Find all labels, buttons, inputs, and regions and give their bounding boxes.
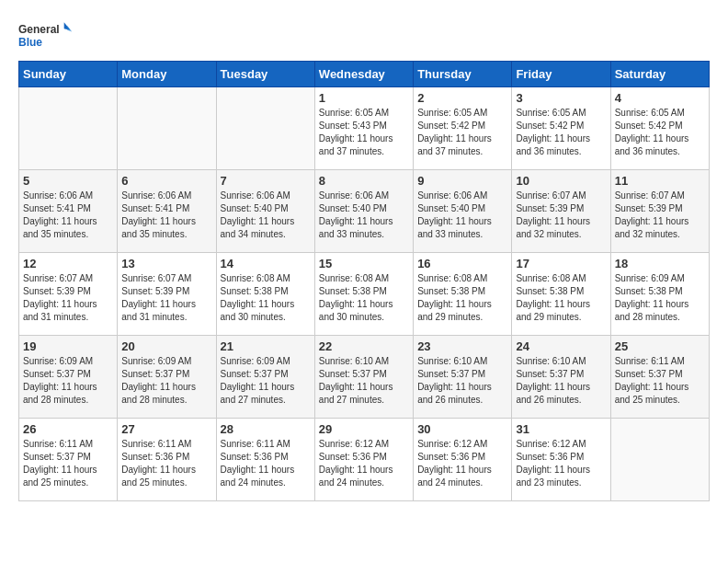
calendar-week-3: 19Sunrise: 6:09 AM Sunset: 5:37 PM Dayli… <box>19 336 710 419</box>
day-number: 20 <box>121 339 211 353</box>
day-number: 17 <box>516 257 606 270</box>
calendar: SundayMondayTuesdayWednesdayThursdayFrid… <box>18 61 710 501</box>
weekday-header-friday: Friday <box>512 62 610 87</box>
calendar-cell: 3Sunrise: 6:05 AM Sunset: 5:42 PM Daylig… <box>512 87 610 170</box>
day-info: Sunrise: 6:08 AM Sunset: 5:38 PM Dayligh… <box>417 272 507 324</box>
day-number: 1 <box>319 91 409 105</box>
day-number: 24 <box>516 339 606 353</box>
day-number: 11 <box>615 174 705 188</box>
day-number: 10 <box>516 174 606 188</box>
day-number: 2 <box>417 91 507 105</box>
calendar-cell: 21Sunrise: 6:09 AM Sunset: 5:37 PM Dayli… <box>216 336 314 419</box>
svg-text:General: General <box>18 23 60 36</box>
day-info: Sunrise: 6:09 AM Sunset: 5:37 PM Dayligh… <box>23 355 113 407</box>
day-number: 31 <box>516 422 606 436</box>
day-number: 3 <box>516 91 606 105</box>
day-info: Sunrise: 6:05 AM Sunset: 5:42 PM Dayligh… <box>615 107 705 158</box>
day-number: 13 <box>121 257 211 270</box>
day-number: 6 <box>121 174 211 188</box>
svg-marker-3 <box>67 26 72 32</box>
calendar-cell: 12Sunrise: 6:07 AM Sunset: 5:39 PM Dayli… <box>19 253 118 336</box>
day-number: 27 <box>121 422 211 436</box>
day-info: Sunrise: 6:06 AM Sunset: 5:40 PM Dayligh… <box>319 190 409 241</box>
day-info: Sunrise: 6:11 AM Sunset: 5:36 PM Dayligh… <box>121 438 211 489</box>
day-info: Sunrise: 6:09 AM Sunset: 5:37 PM Dayligh… <box>221 355 311 407</box>
calendar-cell: 14Sunrise: 6:08 AM Sunset: 5:38 PM Dayli… <box>216 253 314 336</box>
day-number: 16 <box>417 257 507 270</box>
weekday-header-wednesday: Wednesday <box>314 62 413 87</box>
calendar-cell: 16Sunrise: 6:08 AM Sunset: 5:38 PM Dayli… <box>414 253 512 336</box>
day-number: 15 <box>319 257 409 270</box>
day-info: Sunrise: 6:12 AM Sunset: 5:36 PM Dayligh… <box>516 438 606 489</box>
calendar-cell: 29Sunrise: 6:12 AM Sunset: 5:36 PM Dayli… <box>314 419 413 501</box>
calendar-cell: 2Sunrise: 6:05 AM Sunset: 5:42 PM Daylig… <box>414 87 512 170</box>
calendar-cell: 31Sunrise: 6:12 AM Sunset: 5:36 PM Dayli… <box>512 419 610 501</box>
weekday-header-monday: Monday <box>118 62 216 87</box>
day-info: Sunrise: 6:07 AM Sunset: 5:39 PM Dayligh… <box>23 272 113 324</box>
calendar-cell: 10Sunrise: 6:07 AM Sunset: 5:39 PM Dayli… <box>512 170 610 253</box>
day-number: 25 <box>615 339 705 353</box>
day-info: Sunrise: 6:05 AM Sunset: 5:42 PM Dayligh… <box>516 107 606 158</box>
day-info: Sunrise: 6:11 AM Sunset: 5:37 PM Dayligh… <box>23 438 113 489</box>
day-number: 29 <box>319 422 409 436</box>
day-info: Sunrise: 6:06 AM Sunset: 5:40 PM Dayligh… <box>221 190 311 241</box>
calendar-cell: 7Sunrise: 6:06 AM Sunset: 5:40 PM Daylig… <box>216 170 314 253</box>
day-info: Sunrise: 6:06 AM Sunset: 5:40 PM Dayligh… <box>417 190 507 241</box>
calendar-cell: 25Sunrise: 6:11 AM Sunset: 5:37 PM Dayli… <box>610 336 709 419</box>
calendar-cell: 8Sunrise: 6:06 AM Sunset: 5:40 PM Daylig… <box>314 170 413 253</box>
day-number: 18 <box>615 257 705 270</box>
day-info: Sunrise: 6:12 AM Sunset: 5:36 PM Dayligh… <box>417 438 507 489</box>
svg-text:Blue: Blue <box>18 36 42 49</box>
day-number: 14 <box>221 257 311 270</box>
calendar-cell <box>610 419 709 501</box>
weekday-header-sunday: Sunday <box>19 62 118 87</box>
calendar-week-0: 1Sunrise: 6:05 AM Sunset: 5:43 PM Daylig… <box>19 87 710 170</box>
day-number: 30 <box>417 422 507 436</box>
day-info: Sunrise: 6:10 AM Sunset: 5:37 PM Dayligh… <box>516 355 606 407</box>
calendar-cell: 19Sunrise: 6:09 AM Sunset: 5:37 PM Dayli… <box>19 336 118 419</box>
calendar-week-1: 5Sunrise: 6:06 AM Sunset: 5:41 PM Daylig… <box>19 170 710 253</box>
weekday-header-saturday: Saturday <box>610 62 709 87</box>
calendar-cell: 23Sunrise: 6:10 AM Sunset: 5:37 PM Dayli… <box>414 336 512 419</box>
logo: General Blue <box>18 18 74 52</box>
calendar-cell: 24Sunrise: 6:10 AM Sunset: 5:37 PM Dayli… <box>512 336 610 419</box>
day-info: Sunrise: 6:08 AM Sunset: 5:38 PM Dayligh… <box>319 272 409 324</box>
calendar-cell <box>216 87 314 170</box>
weekday-header-thursday: Thursday <box>414 62 512 87</box>
calendar-cell <box>19 87 118 170</box>
day-info: Sunrise: 6:10 AM Sunset: 5:37 PM Dayligh… <box>417 355 507 407</box>
day-info: Sunrise: 6:07 AM Sunset: 5:39 PM Dayligh… <box>516 190 606 241</box>
calendar-cell: 27Sunrise: 6:11 AM Sunset: 5:36 PM Dayli… <box>118 419 216 501</box>
weekday-header-row: SundayMondayTuesdayWednesdayThursdayFrid… <box>19 62 710 87</box>
calendar-cell: 20Sunrise: 6:09 AM Sunset: 5:37 PM Dayli… <box>118 336 216 419</box>
calendar-cell: 18Sunrise: 6:09 AM Sunset: 5:38 PM Dayli… <box>610 253 709 336</box>
calendar-cell: 28Sunrise: 6:11 AM Sunset: 5:36 PM Dayli… <box>216 419 314 501</box>
day-info: Sunrise: 6:11 AM Sunset: 5:37 PM Dayligh… <box>615 355 705 407</box>
calendar-cell: 1Sunrise: 6:05 AM Sunset: 5:43 PM Daylig… <box>314 87 413 170</box>
day-info: Sunrise: 6:05 AM Sunset: 5:42 PM Dayligh… <box>417 107 507 158</box>
day-info: Sunrise: 6:09 AM Sunset: 5:37 PM Dayligh… <box>121 355 211 407</box>
calendar-cell: 30Sunrise: 6:12 AM Sunset: 5:36 PM Dayli… <box>414 419 512 501</box>
calendar-cell: 4Sunrise: 6:05 AM Sunset: 5:42 PM Daylig… <box>610 87 709 170</box>
day-info: Sunrise: 6:11 AM Sunset: 5:36 PM Dayligh… <box>221 438 311 489</box>
calendar-cell: 9Sunrise: 6:06 AM Sunset: 5:40 PM Daylig… <box>414 170 512 253</box>
day-info: Sunrise: 6:07 AM Sunset: 5:39 PM Dayligh… <box>121 272 211 324</box>
day-number: 4 <box>615 91 705 105</box>
header: General Blue <box>18 18 710 52</box>
calendar-cell: 17Sunrise: 6:08 AM Sunset: 5:38 PM Dayli… <box>512 253 610 336</box>
day-number: 12 <box>23 257 113 270</box>
day-info: Sunrise: 6:06 AM Sunset: 5:41 PM Dayligh… <box>121 190 211 241</box>
calendar-cell: 15Sunrise: 6:08 AM Sunset: 5:38 PM Dayli… <box>314 253 413 336</box>
calendar-cell: 22Sunrise: 6:10 AM Sunset: 5:37 PM Dayli… <box>314 336 413 419</box>
calendar-cell: 5Sunrise: 6:06 AM Sunset: 5:41 PM Daylig… <box>19 170 118 253</box>
day-number: 9 <box>417 174 507 188</box>
calendar-cell: 13Sunrise: 6:07 AM Sunset: 5:39 PM Dayli… <box>118 253 216 336</box>
calendar-week-2: 12Sunrise: 6:07 AM Sunset: 5:39 PM Dayli… <box>19 253 710 336</box>
day-number: 5 <box>23 174 113 188</box>
calendar-cell <box>118 87 216 170</box>
calendar-week-4: 26Sunrise: 6:11 AM Sunset: 5:37 PM Dayli… <box>19 419 710 501</box>
day-info: Sunrise: 6:05 AM Sunset: 5:43 PM Dayligh… <box>319 107 409 158</box>
calendar-cell: 11Sunrise: 6:07 AM Sunset: 5:39 PM Dayli… <box>610 170 709 253</box>
day-number: 26 <box>23 422 113 436</box>
calendar-cell: 26Sunrise: 6:11 AM Sunset: 5:37 PM Dayli… <box>19 419 118 501</box>
